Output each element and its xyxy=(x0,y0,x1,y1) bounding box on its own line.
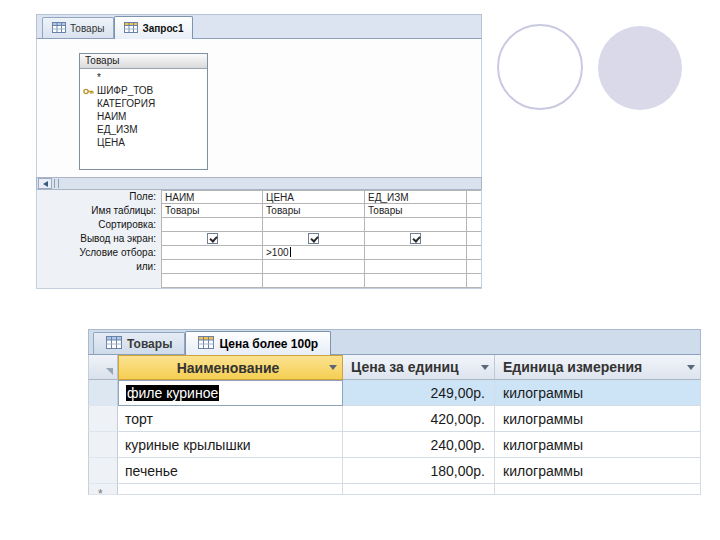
grid-cell-criteria-1[interactable] xyxy=(161,246,263,260)
grid-cell-table-3[interactable]: Товары xyxy=(365,204,467,218)
cell-price[interactable]: 180,00р. xyxy=(343,458,495,484)
select-all-corner[interactable] xyxy=(88,355,118,380)
cell-price[interactable]: 420,00р. xyxy=(343,406,495,432)
grid-cell-or-3[interactable] xyxy=(365,260,467,274)
cell-price[interactable] xyxy=(343,484,495,495)
row-label xyxy=(37,274,161,288)
cell-price[interactable]: 240,00р. xyxy=(343,432,495,458)
corner-triangle-icon xyxy=(106,368,113,375)
table-row: печенье 180,00р. килограммы xyxy=(88,458,701,484)
grid-cell-show-2 xyxy=(263,232,365,246)
grid-row-table: Имя таблицы: Товары Товары Товары xyxy=(37,204,481,218)
cell-name[interactable]: печенье xyxy=(118,458,343,484)
show-checkbox[interactable] xyxy=(410,233,421,244)
field-list-tovary[interactable]: Товары * ШИФР_ТОВ КАТЕГОРИЯ НАИМ ЕД_ИЗМ … xyxy=(79,53,208,170)
filter-dropdown-icon[interactable] xyxy=(329,365,337,370)
field-item-shifr[interactable]: ШИФР_ТОВ xyxy=(80,84,207,97)
new-record-marker: * xyxy=(98,487,103,495)
grid-row-show: Вывод на экран: xyxy=(37,232,481,246)
field-item-kategoria[interactable]: КАТЕГОРИЯ xyxy=(80,97,207,110)
cell-unit[interactable]: килограммы xyxy=(495,406,701,432)
tab-tovary-sheet[interactable]: Товары xyxy=(93,332,185,354)
show-checkbox[interactable] xyxy=(308,233,319,244)
tab-label: Запрос1 xyxy=(142,23,183,34)
field-item-asterisk[interactable]: * xyxy=(80,71,207,84)
grid-cell-sort-2[interactable] xyxy=(263,218,365,232)
grid-cell-blank[interactable] xyxy=(161,274,263,288)
grid-cell-field-2[interactable]: ЦЕНА xyxy=(263,190,365,204)
query-icon xyxy=(198,336,214,352)
splitter-grip[interactable] xyxy=(54,179,59,188)
show-checkbox[interactable] xyxy=(207,233,218,244)
record-selector[interactable] xyxy=(88,458,118,484)
grid-cell-empty[interactable] xyxy=(467,274,481,288)
table-row: филе куриное 249,00р. килограммы xyxy=(88,380,701,406)
table-icon xyxy=(52,22,66,35)
slide-canvas: Товары Запрос1 Товары * ШИФР_ТОВ xyxy=(0,0,720,540)
grid-cell-blank[interactable] xyxy=(365,274,467,288)
query-designer-window: Товары Запрос1 Товары * ШИФР_ТОВ xyxy=(36,14,482,290)
tab-label: Цена более 100р xyxy=(219,337,318,351)
row-label: Условие отбора: xyxy=(37,246,161,260)
tab-tovary[interactable]: Товары xyxy=(42,17,114,38)
grid-cell-table-2[interactable]: Товары xyxy=(263,204,365,218)
grid-cell-table-1[interactable]: Товары xyxy=(161,204,263,218)
new-record-row: * xyxy=(88,484,701,495)
filter-dropdown-icon[interactable] xyxy=(481,365,489,370)
grid-cell-empty[interactable] xyxy=(467,260,481,274)
cell-unit[interactable]: килограммы xyxy=(495,380,701,406)
row-label: или: xyxy=(37,260,161,274)
column-header-cena[interactable]: Цена за единиц xyxy=(343,355,495,380)
grid-cell-sort-1[interactable] xyxy=(161,218,263,232)
cell-name[interactable]: куриные крылышки xyxy=(118,432,343,458)
column-header-naimenovanie[interactable]: Наименование xyxy=(118,355,343,380)
grid-cell-empty[interactable] xyxy=(467,218,481,232)
new-record-selector[interactable]: * xyxy=(88,484,118,495)
table-icon xyxy=(106,336,122,352)
cell-name[interactable]: филе куриное xyxy=(118,380,343,406)
grid-cell-field-3[interactable]: ЕД_ИЗМ xyxy=(365,190,467,204)
grid-cell-show-1 xyxy=(161,232,263,246)
record-selector[interactable] xyxy=(88,380,118,406)
grid-cell-field-1[interactable]: НАИМ xyxy=(161,190,263,204)
grid-cell-empty[interactable] xyxy=(467,232,481,246)
row-label: Вывод на экран: xyxy=(37,232,161,246)
grid-cell-empty[interactable] xyxy=(467,204,481,218)
arrow-left-icon xyxy=(43,181,48,187)
grid-row-criteria: Условие отбора: >100 xyxy=(37,246,481,260)
grid-cell-blank[interactable] xyxy=(263,274,365,288)
row-label: Сортировка: xyxy=(37,218,161,232)
cell-unit[interactable]: килограммы xyxy=(495,432,701,458)
grid-row-sort: Сортировка: xyxy=(37,218,481,232)
grid-cell-criteria-3[interactable] xyxy=(365,246,467,260)
grid-cell-criteria-2[interactable]: >100 xyxy=(263,246,365,260)
column-header-edinica[interactable]: Единица измерения xyxy=(495,355,701,380)
cell-name[interactable] xyxy=(118,484,343,495)
circle-outline-shape xyxy=(497,24,583,110)
field-list-items: * ШИФР_ТОВ КАТЕГОРИЯ НАИМ ЕД_ИЗМ ЦЕНА xyxy=(80,69,207,169)
pane-splitter[interactable] xyxy=(36,177,482,190)
tab-cena-bolee-100r[interactable]: Цена более 100р xyxy=(185,331,331,355)
grid-row-blank xyxy=(37,274,481,288)
row-label: Имя таблицы: xyxy=(37,204,161,218)
grid-cell-or-2[interactable] xyxy=(263,260,365,274)
grid-cell-sort-3[interactable] xyxy=(365,218,467,232)
text-cursor xyxy=(290,247,291,257)
cell-name[interactable]: торт xyxy=(118,406,343,432)
cell-unit[interactable] xyxy=(495,484,701,495)
grid-cell-or-1[interactable] xyxy=(161,260,263,274)
record-selector[interactable] xyxy=(88,432,118,458)
record-selector[interactable] xyxy=(88,406,118,432)
filter-dropdown-icon[interactable] xyxy=(687,365,695,370)
field-item-naim[interactable]: НАИМ xyxy=(80,110,207,123)
grid-cell-empty[interactable] xyxy=(467,190,481,204)
field-item-edizm[interactable]: ЕД_ИЗМ xyxy=(80,123,207,136)
grid-cell-empty[interactable] xyxy=(467,246,481,260)
field-item-cena[interactable]: ЦЕНА xyxy=(80,136,207,149)
tab-zapros1[interactable]: Запрос1 xyxy=(114,16,193,39)
cell-unit[interactable]: килограммы xyxy=(495,458,701,484)
datasheet-window: Товары Цена более 100р Наименование Цена… xyxy=(88,329,701,495)
cell-price[interactable]: 249,00р. xyxy=(343,380,495,406)
scroll-left-button[interactable] xyxy=(38,178,52,189)
query-design-surface: Товары * ШИФР_ТОВ КАТЕГОРИЯ НАИМ ЕД_ИЗМ … xyxy=(36,39,482,177)
